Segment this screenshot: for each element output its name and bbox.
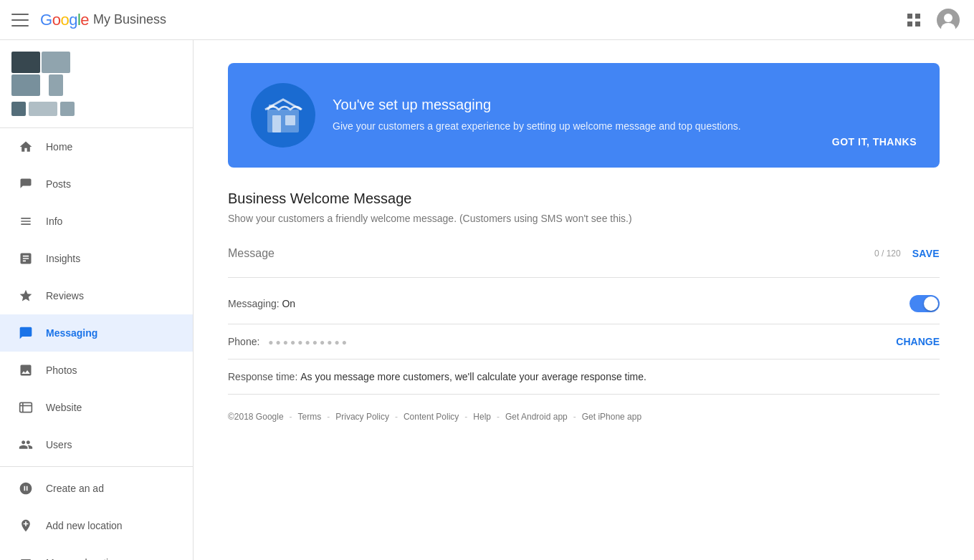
home-icon <box>17 138 34 155</box>
footer-android-app[interactable]: Get Android app <box>505 412 568 422</box>
sidebar-item-reviews-label: Reviews <box>46 290 84 301</box>
footer-content-policy[interactable]: Content Policy <box>404 412 459 422</box>
sidebar-item-insights[interactable]: Insights <box>0 240 193 277</box>
sidebar-item-users[interactable]: Users <box>0 426 193 463</box>
reviews-icon <box>17 287 34 304</box>
google-logo: Google <box>40 11 89 29</box>
sidebar: Home Posts Info Insights <box>0 40 194 560</box>
sidebar-item-posts-label: Posts <box>46 178 71 190</box>
biz-details-row <box>11 102 181 116</box>
field-actions: 0 / 120 SAVE <box>874 248 940 259</box>
change-phone-button[interactable]: CHANGE <box>896 336 940 347</box>
body-layout: Home Posts Info Insights <box>0 40 974 560</box>
section-title: Business Welcome Message <box>228 190 940 207</box>
store-icon <box>262 94 305 137</box>
message-field-row: 0 / 120 SAVE <box>228 241 940 266</box>
svg-rect-11 <box>272 115 281 132</box>
logo: Google My Business <box>40 11 166 29</box>
sidebar-item-manage-locations[interactable]: Manage locations <box>0 544 193 560</box>
messaging-label-text: Messaging: <box>228 298 280 309</box>
sidebar-item-home-label: Home <box>46 141 72 153</box>
sidebar-item-add-location-label: Add new location <box>46 520 123 531</box>
toggle-knob <box>924 296 938 311</box>
photos-icon <box>17 362 34 379</box>
sidebar-item-users-label: Users <box>46 439 72 450</box>
banner-text: You've set up messaging Give your custom… <box>333 97 815 134</box>
response-time-row: Response time: As you message more custo… <box>228 359 940 395</box>
sidebar-item-add-location[interactable]: Add new location <box>0 507 193 544</box>
manage-locations-icon <box>17 554 34 560</box>
main-content: You've set up messaging Give your custom… <box>194 40 974 560</box>
messaging-status-label: Messaging: On <box>228 298 295 309</box>
create-ad-icon <box>17 480 34 497</box>
sidebar-item-reviews[interactable]: Reviews <box>0 277 193 314</box>
banner-icon <box>251 83 315 148</box>
sidebar-item-messaging-label: Messaging <box>46 327 97 339</box>
app-header: Google My Business <box>0 0 974 40</box>
business-logo-text: My Business <box>93 12 166 27</box>
messaging-status-value: On <box>282 298 295 309</box>
sidebar-item-website[interactable]: Website <box>0 389 193 426</box>
sidebar-nav: Home Posts Info Insights <box>0 128 193 560</box>
footer-iphone-app[interactable]: Get iPhone app <box>582 412 641 422</box>
response-value: As you message more customers, we'll cal… <box>300 371 646 382</box>
messaging-icon <box>17 324 34 342</box>
footer-privacy[interactable]: Privacy Policy <box>335 412 389 422</box>
business-card <box>0 40 193 128</box>
website-icon <box>17 399 34 416</box>
hamburger-menu[interactable] <box>11 11 29 29</box>
svg-point-5 <box>944 14 952 22</box>
copyright: ©2018 Google <box>228 412 284 422</box>
svg-rect-0 <box>907 14 912 19</box>
phone-label-text: Phone: <box>228 336 259 347</box>
messaging-section: Business Welcome Message Show your custo… <box>228 190 940 395</box>
messaging-toggle[interactable] <box>909 295 940 312</box>
phone-label: Phone: ●●●●●●●●●●● <box>228 336 349 347</box>
save-button[interactable]: SAVE <box>912 248 940 259</box>
google-apps-button[interactable] <box>899 6 928 34</box>
add-location-icon <box>17 517 34 534</box>
page-footer: ©2018 Google - Terms - Privacy Policy - … <box>228 395 940 428</box>
svg-rect-2 <box>907 21 912 26</box>
sidebar-item-insights-label: Insights <box>46 253 80 264</box>
sidebar-item-messaging[interactable]: Messaging <box>0 314 193 352</box>
footer-help[interactable]: Help <box>473 412 491 422</box>
sidebar-item-home[interactable]: Home <box>0 128 193 165</box>
sidebar-item-photos[interactable]: Photos <box>0 352 193 389</box>
messaging-banner: You've set up messaging Give your custom… <box>228 63 940 168</box>
section-description: Show your customers a friendly welcome m… <box>228 213 940 224</box>
info-icon <box>17 213 34 230</box>
banner-right: GOT IT, THANKS <box>832 83 917 148</box>
banner-description: Give your customers a great experience b… <box>333 119 815 134</box>
sidebar-item-photos-label: Photos <box>46 365 77 376</box>
posts-icon <box>17 175 34 193</box>
messaging-toggle-row: Messaging: On <box>228 284 940 324</box>
sidebar-item-info-label: Info <box>46 216 62 227</box>
banner-title: You've set up messaging <box>333 97 815 113</box>
svg-rect-7 <box>20 402 32 412</box>
sidebar-item-website-label: Website <box>46 402 82 413</box>
biz-logo-blocks <box>11 52 70 96</box>
account-button[interactable] <box>934 6 963 34</box>
svg-rect-3 <box>915 21 920 26</box>
header-left: Google My Business <box>11 11 899 29</box>
avatar-icon <box>937 9 960 32</box>
insights-icon <box>17 250 34 267</box>
users-icon <box>17 436 34 453</box>
footer-terms[interactable]: Terms <box>298 412 322 422</box>
sidebar-item-info[interactable]: Info <box>0 203 193 240</box>
sidebar-item-create-ad[interactable]: Create an ad <box>0 470 193 507</box>
got-it-button[interactable]: GOT IT, THANKS <box>832 136 917 148</box>
message-field-container: 0 / 120 SAVE <box>228 241 940 278</box>
header-right <box>899 6 963 34</box>
phone-row: Phone: ●●●●●●●●●●● CHANGE <box>228 324 940 359</box>
sidebar-item-posts[interactable]: Posts <box>0 165 193 203</box>
grid-icon <box>907 13 921 27</box>
sidebar-item-create-ad-label: Create an ad <box>46 483 104 494</box>
sidebar-item-manage-locations-label: Manage locations <box>46 557 125 560</box>
svg-rect-1 <box>915 14 920 19</box>
nav-divider <box>0 466 193 467</box>
message-input[interactable] <box>228 241 874 266</box>
biz-logo-row <box>11 52 181 96</box>
char-counter: 0 / 120 <box>874 248 901 259</box>
